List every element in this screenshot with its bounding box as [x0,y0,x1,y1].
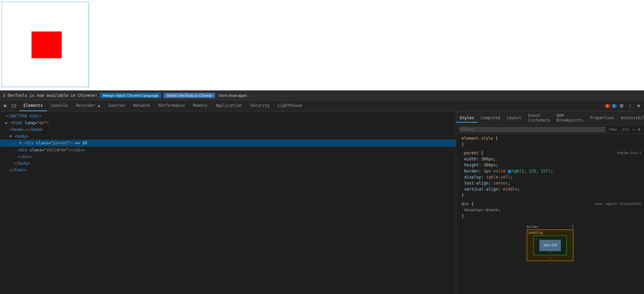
toolbar-right-icons: 1 1 ⚙ ⋮ ✕ [603,102,644,109]
browser-viewport [0,0,644,90]
dom-line-doctype: <!DOCTYPE html> [0,113,456,120]
banner-info-text: DevTools is now available in Chinese! [8,93,97,98]
dom-line-body-close: </body> [0,160,456,167]
css-parent-selector-line: .parent { style.css:1 [459,150,641,156]
dom-line-body: ▼ <body> [0,133,456,140]
styles-tab-list: Styles Computed Layout Event Listeners D… [456,112,644,125]
css-height: height: 300px; [459,162,641,168]
tab-lighthouse[interactable]: Lighthouse [274,100,306,111]
devtools-panel: ℹ DevTools is now available in Chinese! … [0,90,644,294]
tab-elements[interactable]: Elements [19,100,47,111]
css-div-display: display: block; [459,207,641,213]
padding-label-outer: padding [529,231,543,234]
dom-line-div-close: </div> [0,153,456,160]
box-model-area: border 1 padding – – – [459,222,641,269]
style-tab-event-listeners[interactable]: Event Listeners [525,112,553,125]
tab-sources[interactable]: Sources [104,100,129,111]
tab-recorder[interactable]: Recorder ▲ [72,100,104,111]
dom-panel: <!DOCTYPE html> ▶ <html lang="en"> <head… [0,112,456,294]
new-style-rule-button[interactable]: ⊞ [637,127,641,132]
box-model-container: border 1 padding – – – [527,225,574,266]
parent-style-block: .parent { style.css:1 width: 300px; heig… [459,150,641,198]
device-toolbar-button[interactable] [10,102,17,109]
div-useragent-block: div { user agent stylesheet display: blo… [459,201,641,219]
border-color-swatch[interactable] [508,170,511,173]
style-tab-computed[interactable]: Computed [477,114,503,123]
devtools-tab-list: Elements Console Recorder ▲ Sources Netw… [19,100,603,111]
css-element-style-close: } [459,141,641,147]
tab-console[interactable]: Console [47,100,72,111]
border-value: 1 [572,225,574,229]
box-outer: padding – – – 300×300 [527,229,574,261]
css-parent-close: } [459,192,641,198]
margin-bottom-dash: – [549,262,551,266]
dont-show-again-button[interactable]: Don't show again [218,93,249,98]
padding-middle-top: – [535,237,537,240]
box-model-labels: border 1 [527,225,574,229]
dom-dot-indicator: … [13,141,18,145]
filter-input[interactable] [459,127,606,132]
error-badge: 1 [605,104,610,108]
add-style-button[interactable]: + [632,127,636,132]
css-parent-source[interactable]: style.css:1 [617,150,641,156]
tab-application[interactable]: Application [212,100,246,111]
padding-middle-bottom: – [549,250,551,254]
info-badge: 1 [611,104,617,108]
tab-memory[interactable]: Memory [189,100,211,111]
css-element-style-selector: element.style { [459,135,641,141]
red-box-element [32,31,62,58]
language-banner: ℹ DevTools is now available in Chinese! … [0,90,644,100]
css-width: width: 300px; [459,156,641,162]
box-dimensions: 300×300 [543,243,557,247]
css-border: border: 1px solid rgb(1, 131, 227); [459,168,641,174]
dom-line-head: <head>…</head> [0,126,456,133]
css-div-close: } [459,213,641,219]
devtools-toolbar: Elements Console Recorder ▲ Sources Netw… [0,100,644,112]
css-div-selector-line: div { user agent stylesheet [459,201,641,207]
dom-line-children: <div class="children"></div> [0,147,456,153]
settings-button[interactable]: ⚙ [618,102,625,109]
style-tab-layout[interactable]: Layout [503,114,525,123]
svg-rect-1 [15,105,16,107]
pseudo-cls[interactable]: .cls [619,127,630,132]
dom-line-parent[interactable]: … ▼ <div class="parent"> == $0 [0,140,456,147]
inspect-element-button[interactable] [2,102,9,109]
dom-line-html: ▶ <html lang="en"> [0,120,456,126]
border-label: border [527,225,539,229]
style-tab-dom-breakpoints[interactable]: DOM Breakpoints [553,112,587,125]
pseudo-hov[interactable]: :hov [607,127,618,132]
user-agent-label: user agent stylesheet [595,201,641,207]
box-middle: – – 300×300 [533,235,567,255]
dom-line-html-close: </html> [0,167,456,173]
tab-performance[interactable]: Performance [154,100,189,111]
more-options-button[interactable]: ⋮ [627,102,634,109]
always-match-language-button[interactable]: Always match Chrome's language [100,93,161,98]
switch-devtools-chinese-button[interactable]: Switch DevTools to Chinese [164,93,215,98]
style-tab-styles[interactable]: Styles [456,114,477,123]
style-tab-accessibility[interactable]: Accessibility [618,114,644,123]
tab-network[interactable]: Network [129,100,154,111]
styles-filter-bar: :hov .cls + ⊞ [456,125,644,134]
styles-content: element.style { } .parent { style.css:1 … [456,134,644,294]
info-icon: ℹ [3,93,5,98]
css-vertical-align: vertical-align: middle; [459,186,641,192]
box-bottom-label: – [527,262,574,266]
css-text-align: text-align: center; [459,180,641,186]
padding-bottom-dash: – [549,256,551,260]
svg-rect-0 [12,104,15,107]
css-display: display: table-cell; [459,174,641,180]
style-tab-properties[interactable]: Properties [587,114,618,123]
toolbar-left-icons [0,102,19,109]
styles-panel: Styles Computed Layout Event Listeners D… [456,112,644,294]
box-inner: 300×300 [539,240,561,251]
devtools-body: <!DOCTYPE html> ▶ <html lang="en"> <head… [0,112,644,294]
page-frame [2,2,89,87]
close-devtools-button[interactable]: ✕ [635,102,642,109]
tab-security[interactable]: Security [246,100,274,111]
element-style-block: element.style { } [459,135,641,147]
